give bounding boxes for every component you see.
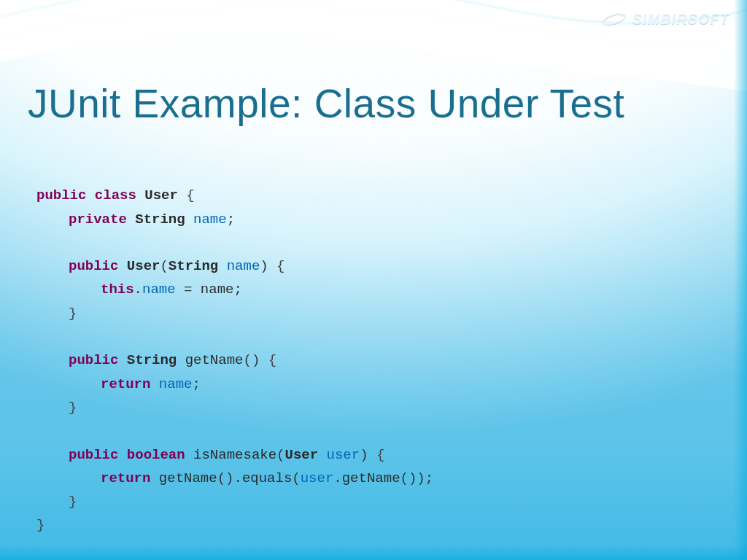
code-line: } [36,517,44,533]
code-line: } [36,396,77,419]
brand-word-2: SOFT [688,11,729,28]
code-line: public String getName() { [36,349,276,372]
code-line: this.name = name; [36,278,242,301]
code-block: public class User { private String name;… [36,160,433,560]
code-line: return name; [36,373,201,396]
slide-title: JUnit Example: Class Under Test [28,80,624,127]
slide: SIMBIRSOFT JUnit Example: Class Under Te… [0,0,747,560]
code-line: } [36,490,77,513]
code-line: public User(String name) { [36,254,285,278]
edge-bottom-decoration [0,545,747,560]
svg-point-1 [621,13,624,16]
code-line: } [36,302,77,325]
code-line: public class User { [36,187,195,203]
code-line: public boolean isNamesake(User user) { [36,443,384,467]
brand-logo: SIMBIRSOFT [600,10,729,28]
edge-right-decoration [734,0,747,560]
brand-swoosh-icon [600,10,628,28]
code-line: return getName().equals(user.getName()); [36,467,433,490]
brand-word-1: SIMBIR [632,11,688,28]
code-line: private String name; [36,208,235,231]
